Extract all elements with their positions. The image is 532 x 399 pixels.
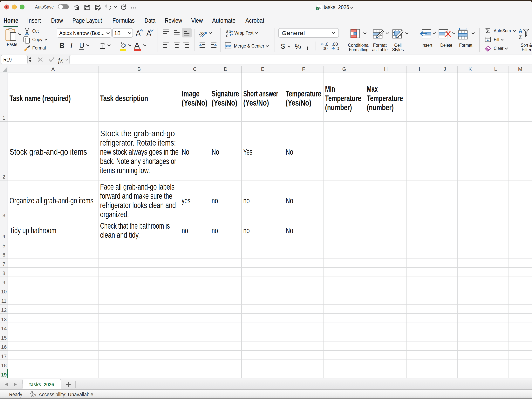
svg-text:Home: Home bbox=[4, 17, 18, 24]
svg-text:3: 3 bbox=[3, 213, 5, 218]
svg-text:Clear: Clear bbox=[494, 46, 503, 51]
svg-text:Task name (required): Task name (required) bbox=[10, 94, 71, 103]
svg-text:H: H bbox=[384, 66, 388, 72]
svg-text:E: E bbox=[261, 66, 264, 72]
svg-text:fx: fx bbox=[58, 56, 63, 64]
svg-text:No: No bbox=[286, 147, 293, 156]
svg-text:I: I bbox=[419, 66, 420, 72]
svg-text:No: No bbox=[286, 196, 293, 205]
svg-text:Short answer: Short answer bbox=[243, 89, 278, 98]
svg-text:12: 12 bbox=[1, 307, 7, 313]
svg-text:A: A bbox=[136, 29, 141, 38]
svg-text:R19: R19 bbox=[3, 56, 12, 63]
svg-text:13: 13 bbox=[1, 317, 7, 322]
svg-text:Yes: Yes bbox=[243, 147, 252, 156]
svg-text:no: no bbox=[212, 196, 218, 205]
svg-text:Format: Format bbox=[32, 45, 46, 50]
svg-text:Merge & Center: Merge & Center bbox=[234, 43, 264, 49]
svg-text:%: % bbox=[295, 42, 301, 50]
svg-text:no: no bbox=[243, 226, 250, 235]
svg-text:18: 18 bbox=[114, 30, 120, 36]
svg-text:4: 4 bbox=[3, 233, 5, 239]
svg-text:x: x bbox=[317, 7, 318, 10]
svg-text:(Yes/No): (Yes/No) bbox=[243, 98, 269, 107]
svg-text:Stock the grab-and-go: Stock the grab-and-go bbox=[100, 129, 175, 138]
svg-text:(Yes/No): (Yes/No) bbox=[286, 98, 311, 107]
svg-text:Signature: Signature bbox=[212, 89, 239, 98]
svg-text:Filter: Filter bbox=[522, 47, 532, 52]
svg-text:No: No bbox=[212, 147, 219, 156]
svg-text:Draw: Draw bbox=[51, 17, 63, 24]
svg-text:?: ? bbox=[34, 393, 36, 398]
svg-text:Page Layout: Page Layout bbox=[72, 17, 102, 24]
svg-text:(Yes/No): (Yes/No) bbox=[212, 98, 237, 107]
svg-text:General: General bbox=[282, 30, 305, 36]
svg-text:back. Note any shortages or: back. Note any shortages or bbox=[100, 157, 176, 166]
svg-text:I: I bbox=[70, 41, 73, 49]
svg-text:no: no bbox=[212, 226, 218, 235]
svg-text:Check that the bathroom is: Check that the bathroom is bbox=[100, 221, 170, 230]
svg-text:new stock always goes in the: new stock always goes in the bbox=[100, 147, 178, 156]
svg-text:1: 1 bbox=[3, 115, 5, 121]
svg-text:U: U bbox=[79, 42, 84, 49]
svg-text:as Table: as Table bbox=[372, 47, 388, 52]
svg-text:8: 8 bbox=[3, 270, 5, 276]
svg-text:clean and tidy.: clean and tidy. bbox=[100, 230, 140, 239]
svg-text:Organize all grab-and-go items: Organize all grab-and-go items bbox=[10, 196, 94, 205]
svg-text:tasks_2026: tasks_2026 bbox=[324, 4, 349, 10]
svg-text:Review: Review bbox=[165, 17, 182, 24]
svg-text:J: J bbox=[443, 66, 446, 72]
svg-text:Format: Format bbox=[459, 43, 472, 48]
svg-text:Ready: Ready bbox=[9, 391, 22, 398]
svg-text:Tidy up bathroom: Tidy up bathroom bbox=[10, 226, 56, 235]
svg-text:16: 16 bbox=[1, 344, 7, 350]
svg-text:Acrobat: Acrobat bbox=[245, 17, 264, 24]
svg-text:G: G bbox=[342, 66, 346, 72]
svg-text:Wrap Text: Wrap Text bbox=[234, 30, 253, 36]
svg-text:Insert: Insert bbox=[27, 17, 41, 24]
svg-text:L: L bbox=[494, 66, 497, 72]
svg-text:(number): (number) bbox=[367, 103, 394, 112]
svg-text:Formatting: Formatting bbox=[349, 47, 368, 52]
svg-text:C: C bbox=[193, 66, 197, 72]
svg-text:2: 2 bbox=[3, 174, 5, 180]
svg-text:Paste: Paste bbox=[7, 42, 17, 47]
svg-text:Cut: Cut bbox=[32, 28, 39, 34]
svg-text:refrigerator looks clean and: refrigerator looks clean and bbox=[100, 201, 176, 210]
svg-text:AutoSave: AutoSave bbox=[35, 5, 54, 10]
svg-text:Accessibility: Unavailable: Accessibility: Unavailable bbox=[39, 391, 93, 398]
svg-text:Fill: Fill bbox=[494, 37, 499, 42]
svg-text:B: B bbox=[137, 66, 141, 72]
svg-text:Insert: Insert bbox=[421, 43, 432, 48]
svg-text:Temperature: Temperature bbox=[286, 89, 321, 98]
svg-text:7: 7 bbox=[3, 261, 5, 267]
svg-text:Stock grab-and-go items: Stock grab-and-go items bbox=[10, 147, 87, 156]
svg-text:forward and make sure the: forward and make sure the bbox=[100, 191, 172, 201]
svg-text:no: no bbox=[243, 196, 250, 205]
svg-text:15: 15 bbox=[1, 335, 7, 341]
svg-text:Aptos Narrow (Bod...: Aptos Narrow (Bod... bbox=[59, 30, 105, 36]
svg-text:Image: Image bbox=[182, 89, 200, 98]
svg-text:items running low.: items running low. bbox=[100, 166, 150, 175]
svg-text:.00: .00 bbox=[321, 46, 328, 51]
svg-text:no: no bbox=[182, 226, 188, 235]
svg-text:Formulas: Formulas bbox=[113, 17, 135, 24]
svg-text:(number): (number) bbox=[325, 103, 352, 112]
svg-text:organized.: organized. bbox=[100, 210, 129, 219]
svg-text:17: 17 bbox=[1, 353, 7, 359]
svg-text:18: 18 bbox=[1, 362, 7, 368]
svg-text:tasks_2026: tasks_2026 bbox=[29, 381, 54, 387]
svg-text:Face all grab-and-go labels: Face all grab-and-go labels bbox=[100, 182, 174, 191]
svg-text:14: 14 bbox=[1, 326, 7, 331]
svg-text:Styles: Styles bbox=[392, 47, 404, 52]
svg-text:Z: Z bbox=[519, 35, 522, 40]
svg-text:B: B bbox=[59, 42, 64, 49]
svg-text:AutoSum: AutoSum bbox=[494, 28, 511, 33]
svg-text:A: A bbox=[51, 66, 55, 72]
svg-text:Copy: Copy bbox=[32, 37, 42, 42]
svg-text:View: View bbox=[191, 17, 203, 24]
svg-text:D: D bbox=[224, 66, 228, 72]
svg-text:Min: Min bbox=[325, 84, 335, 93]
svg-text:M: M bbox=[518, 66, 522, 72]
svg-text:Automate: Automate bbox=[212, 17, 235, 24]
